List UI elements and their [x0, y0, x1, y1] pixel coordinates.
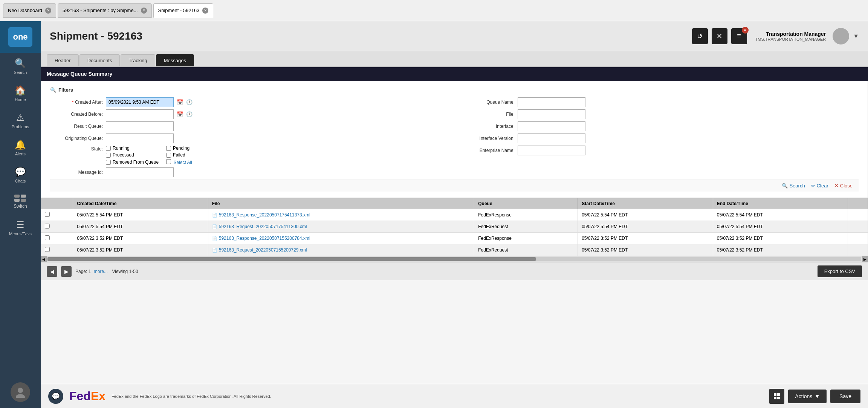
user-role: TMS.TRANSPORTATION_MANAGER — [755, 37, 826, 41]
refresh-button[interactable]: ↺ — [692, 28, 708, 44]
sidebar-item-home[interactable]: 🏠 Home — [0, 80, 41, 107]
queue-name-row: Queue Name: — [462, 97, 859, 107]
created-before-clock[interactable]: 🕐 — [186, 111, 193, 117]
state-failed[interactable]: Failed — [166, 152, 219, 158]
sidebar-logo: one — [0, 21, 41, 53]
col-created[interactable]: Created Date/Time — [73, 198, 208, 209]
row-file-0[interactable]: 📄 592163_Response_20220507175411373.xml — [208, 209, 474, 221]
state-removed-checkbox[interactable] — [106, 160, 111, 165]
row-checkbox-3[interactable] — [45, 247, 50, 252]
actions-button[interactable]: Actions ▼ — [788, 390, 827, 403]
message-id-input[interactable] — [106, 167, 174, 177]
originating-queue-label: Originating Queue: — [50, 136, 103, 141]
row-checkbox-cell — [41, 221, 73, 233]
user-dropdown-button[interactable]: ▼ — [853, 33, 859, 40]
close-button[interactable]: ✕ — [712, 28, 727, 44]
row-file-2[interactable]: 📄 592163_Response_20220507155200784.xml — [208, 233, 474, 244]
footer-icon-button[interactable] — [769, 389, 784, 404]
file-input[interactable] — [518, 109, 585, 119]
state-failed-checkbox[interactable] — [166, 153, 171, 158]
created-after-clock[interactable]: 🕐 — [186, 99, 193, 105]
tab-shipment-close[interactable]: ✕ — [202, 8, 208, 14]
row-file-name-0[interactable]: 592163_Response_20220507175411373.xml — [219, 212, 310, 218]
search-link[interactable]: 🔍 Search — [782, 183, 805, 189]
row-checkbox-1[interactable] — [45, 224, 50, 229]
clear-link[interactable]: ✏ Clear — [811, 183, 828, 189]
prev-page-button[interactable]: ◀ — [47, 266, 57, 277]
created-before-input[interactable] — [106, 109, 174, 119]
svg-rect-1 — [21, 195, 26, 198]
created-before-calendar[interactable]: 📅 — [177, 111, 183, 117]
row-checkbox-cell — [41, 244, 73, 256]
sidebar-item-switch-label: Switch — [14, 204, 27, 209]
scroll-left[interactable]: ◀ — [41, 256, 47, 262]
state-processed[interactable]: Processed — [106, 152, 159, 158]
warning-icon: ⚠ — [16, 112, 24, 123]
col-queue[interactable]: Queue — [474, 198, 578, 209]
export-csv-button[interactable]: Export to CSV — [818, 265, 862, 277]
table-row: 05/07/22 5:54 PM EDT 📄 592163_Request_20… — [41, 221, 868, 233]
col-file[interactable]: File — [208, 198, 474, 209]
col-end[interactable]: End Date/Time — [713, 198, 848, 209]
next-page-button[interactable]: ▶ — [61, 266, 72, 277]
queue-name-input[interactable] — [518, 97, 585, 107]
originating-queue-input[interactable] — [106, 133, 174, 143]
scroll-right[interactable]: ▶ — [862, 256, 868, 262]
state-removed[interactable]: Removed From Queue — [106, 159, 159, 165]
row-file-name-2[interactable]: 592163_Response_20220507155200784.xml — [219, 236, 310, 241]
sidebar-item-menufavs[interactable]: ☰ Menus/Favs — [0, 214, 41, 241]
tab-shipments[interactable]: 592163 - Shipments : by Shipme... ✕ — [58, 3, 151, 18]
select-all-checkbox[interactable] — [166, 159, 171, 164]
tab-neo[interactable]: Neo Dashboard ✕ — [3, 3, 56, 18]
state-running[interactable]: Running — [106, 146, 159, 151]
row-checkbox-2[interactable] — [45, 235, 50, 240]
state-running-checkbox[interactable] — [106, 146, 111, 151]
tab-messages[interactable]: Messages — [156, 54, 194, 66]
horizontal-scrollbar[interactable]: ◀ ▶ — [41, 256, 868, 262]
svg-rect-8 — [774, 397, 776, 399]
state-row: State: Running Pending Processed — [50, 146, 447, 165]
select-all-link[interactable]: Select All — [166, 159, 219, 165]
tab-shipment[interactable]: Shipment - 592163 ✕ — [153, 3, 214, 18]
sidebar-item-chats[interactable]: 💬 Chats — [0, 161, 41, 189]
tab-header[interactable]: Header — [47, 54, 79, 66]
file-icon-3: 📄 — [212, 248, 217, 253]
state-pending[interactable]: Pending — [166, 146, 219, 151]
row-file-name-3[interactable]: 592163_Request_20220507155200729.xml — [219, 247, 307, 253]
interface-input[interactable] — [518, 121, 585, 131]
interface-version-input[interactable] — [518, 133, 585, 143]
svg-rect-7 — [777, 393, 780, 396]
tab-tracking[interactable]: Tracking — [121, 54, 155, 66]
search-link-label: Search — [789, 183, 805, 189]
scrollbar-track[interactable] — [47, 257, 861, 261]
close-link[interactable]: ✕ Close — [834, 183, 853, 189]
page-more[interactable]: more... — [94, 269, 108, 274]
tab-neo-close[interactable]: ✕ — [45, 8, 51, 14]
save-button[interactable]: Save — [830, 390, 860, 403]
svg-rect-0 — [14, 195, 20, 198]
row-file-name-1[interactable]: 592163_Request_20220507175411300.xml — [219, 224, 307, 229]
sidebar-item-alerts[interactable]: 🔔 Alerts — [0, 134, 41, 161]
state-removed-label: Removed From Queue — [113, 160, 159, 165]
created-after-input[interactable] — [106, 97, 174, 107]
tab-shipments-close[interactable]: ✕ — [141, 8, 147, 14]
row-checkbox-0[interactable] — [45, 212, 50, 217]
enterprise-name-input[interactable] — [518, 146, 585, 155]
tab-documents[interactable]: Documents — [79, 54, 120, 66]
sidebar-item-problems[interactable]: ⚠ Problems — [0, 107, 41, 134]
col-start[interactable]: Start Date/Time — [578, 198, 713, 209]
message-id-row: Message Id: — [50, 167, 447, 177]
state-pending-checkbox[interactable] — [166, 146, 171, 151]
row-file-1[interactable]: 📄 592163_Request_20220507175411300.xml — [208, 221, 474, 233]
sidebar-item-switch[interactable]: Switch — [0, 189, 41, 214]
menu-button[interactable]: ≡ ★ — [731, 28, 747, 44]
created-after-calendar[interactable]: 📅 — [177, 99, 183, 105]
row-file-3[interactable]: 📄 592163_Request_20220507155200729.xml — [208, 244, 474, 256]
row-extra-0 — [848, 209, 868, 221]
result-queue-input[interactable] — [106, 121, 174, 131]
file-row: File: — [462, 109, 859, 119]
scrollbar-thumb[interactable] — [47, 257, 536, 261]
sidebar-item-search[interactable]: 🔍 Search — [0, 53, 41, 80]
state-processed-checkbox[interactable] — [106, 153, 111, 158]
file-icon-2: 📄 — [212, 236, 217, 241]
